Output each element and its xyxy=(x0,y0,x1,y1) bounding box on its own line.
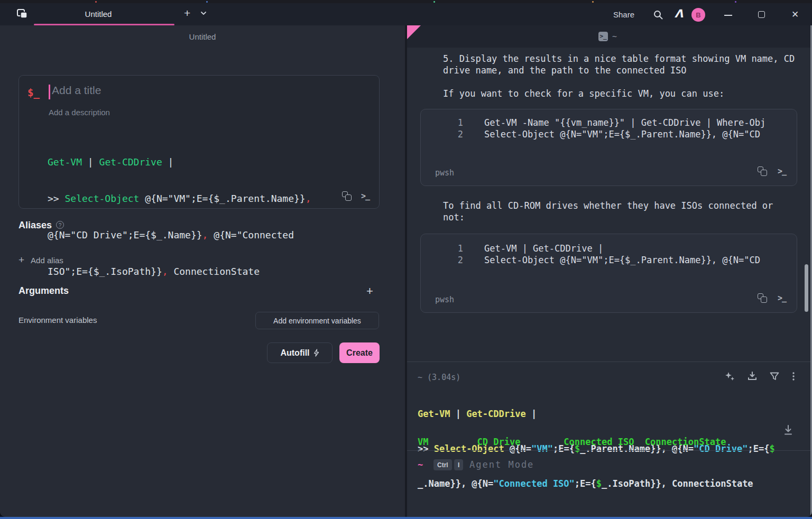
code-line: >> Select-Object @{N="VM";E={$_.Parent.N… xyxy=(48,192,311,205)
new-tab-button[interactable]: + xyxy=(184,7,190,20)
launch-config-icon[interactable] xyxy=(16,8,29,20)
aliases-heading: Aliases? xyxy=(19,220,64,231)
code-line: ISO";E={$_.IsoPath}}, ConnectionState xyxy=(48,265,311,277)
prompt-symbol: $_ xyxy=(27,87,40,98)
divider xyxy=(407,362,812,362)
bookmark-flag xyxy=(407,25,421,39)
close-button[interactable]: ✕ xyxy=(791,9,799,20)
download-icon[interactable] xyxy=(748,372,757,381)
search-icon[interactable] xyxy=(653,10,663,20)
autofill-button[interactable]: Autofill xyxy=(267,342,333,363)
run-in-terminal-icon[interactable]: >_ xyxy=(361,191,370,201)
jump-to-bottom-icon[interactable] xyxy=(783,425,793,435)
screen: Untitled + Share Λ B ✕ Untitled $_ xyxy=(0,0,812,519)
assistant-paragraph: If you want to check for a specific VM, … xyxy=(443,88,796,99)
desktop-speck xyxy=(735,1,736,3)
add-environment-variables-button[interactable]: Add environment variables xyxy=(255,312,379,329)
tab-untitled[interactable]: Untitled xyxy=(53,10,143,18)
code-text: Get-VM -Name "{{vm_name}}" | Get-CDDrive… xyxy=(484,117,765,128)
copy-icon[interactable] xyxy=(758,166,767,176)
add-argument-button[interactable]: + xyxy=(366,284,373,298)
agent-mode-hint: Agent Mode xyxy=(469,459,534,470)
arguments-heading: Arguments xyxy=(19,285,69,296)
workflow-page-title: Untitled xyxy=(0,32,405,41)
command-card[interactable]: $_ Get-VM | Get-CDDrive | >> Select-Obje… xyxy=(19,75,380,209)
share-button[interactable]: Share xyxy=(613,10,634,19)
block-actions xyxy=(725,372,795,381)
plus-icon: + xyxy=(19,254,24,266)
command-code-editor[interactable]: Get-VM | Get-CDDrive | >> Select-Object … xyxy=(48,132,311,302)
prompt-duration: ~ (3.04s) xyxy=(418,373,460,382)
lightning-icon xyxy=(313,349,319,357)
text-cursor xyxy=(49,85,50,99)
maximize-button[interactable] xyxy=(758,11,765,18)
taskbar-edge xyxy=(0,517,812,519)
code-text: Select-Object @{N="VM";E={$_.Parent.Name… xyxy=(484,254,760,266)
line-number: 1 xyxy=(451,243,463,254)
code-block: 1 Get-VM | Get-CDDrive | 2 Select-Object… xyxy=(420,234,797,313)
add-alias-button[interactable]: + Add alias xyxy=(19,254,63,266)
language-badge: pwsh xyxy=(435,295,454,304)
desktop-speck xyxy=(433,1,435,3)
code-line: Get-VM | Get-CDDrive | xyxy=(48,156,311,168)
run-in-terminal-icon[interactable]: >_ xyxy=(778,166,786,176)
assistant-paragraph: 5. Display the results in a nice table f… xyxy=(443,53,796,76)
create-button[interactable]: Create xyxy=(339,342,380,363)
minimize-button[interactable] xyxy=(724,15,732,16)
desktop-speck xyxy=(206,1,208,3)
powershell-icon: >_ xyxy=(598,32,608,41)
output-table-header: VM CD Drive Connected ISO ConnectionStat… xyxy=(418,437,726,447)
add-alias-label: Add alias xyxy=(31,256,63,265)
warp-window: Untitled + Share Λ B ✕ Untitled $_ xyxy=(0,3,812,517)
assistant-paragraph: To find all CD-ROM drives whether they h… xyxy=(443,200,796,223)
line-number: 1 xyxy=(451,117,463,128)
code-text: Select-Object @{N="VM";E={$_.Parent.Name… xyxy=(484,128,760,140)
environment-variables-label: Environment variables xyxy=(19,316,97,325)
pane-header: >_ ~ xyxy=(407,25,812,48)
titlebar: Untitled + Share Λ B ✕ xyxy=(0,3,812,25)
ctrl-key-badge: Ctrl xyxy=(433,459,452,470)
help-icon[interactable]: ? xyxy=(56,221,64,229)
language-badge: pwsh xyxy=(435,168,454,178)
command-input-bar[interactable]: ~ Ctrl I Agent Mode xyxy=(407,451,812,517)
sparkles-icon[interactable] xyxy=(725,372,735,381)
scrollbar-thumb[interactable] xyxy=(805,264,808,312)
line-number: 2 xyxy=(451,254,463,266)
workflow-editor-panel: Untitled $_ Get-VM | Get-CDDrive | >> Se… xyxy=(0,25,405,517)
terminal-pane: >_ ~ 5. Display the results in a nice ta… xyxy=(407,25,812,517)
tab-dropdown-chevron-icon[interactable] xyxy=(200,10,207,16)
pane-title: ~ xyxy=(612,32,617,41)
copy-icon[interactable] xyxy=(758,293,767,303)
i-key-badge: I xyxy=(454,459,463,470)
code-block: 1 Get-VM -Name "{{vm_name}}" | Get-CDDri… xyxy=(420,109,797,186)
run-in-terminal-icon[interactable]: >_ xyxy=(778,293,786,303)
line-number: 2 xyxy=(451,128,463,140)
code-text: Get-VM | Get-CDDrive | xyxy=(484,243,603,254)
title-input[interactable] xyxy=(52,84,316,97)
desktop-speck xyxy=(592,1,594,3)
filter-icon[interactable] xyxy=(770,372,779,381)
code-line: @{N="CD Drive";E={$_.Name}}, @{N="Connec… xyxy=(48,229,311,241)
copy-icon[interactable] xyxy=(342,191,352,201)
kebab-menu-icon[interactable] xyxy=(792,372,795,381)
prompt-tilde: ~ xyxy=(418,459,423,470)
avatar[interactable]: B xyxy=(691,8,705,22)
description-input[interactable] xyxy=(49,108,313,117)
desktop-speck xyxy=(95,1,97,3)
warp-logo-icon[interactable]: Λ xyxy=(675,7,683,20)
command-line: Get-VM | Get-CDDrive | xyxy=(418,408,775,420)
